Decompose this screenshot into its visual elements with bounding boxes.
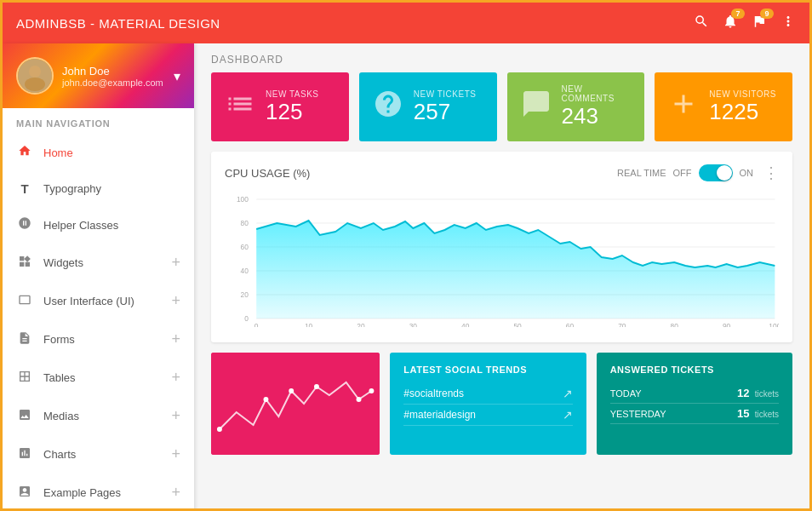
svg-text:90: 90 [723, 322, 730, 327]
dashboard-title: DASHBOARD [194, 43, 809, 72]
example-plus-icon[interactable]: + [171, 484, 180, 502]
realtime-label: REAL TIME [617, 168, 666, 178]
sidebar-item-label-tables: Tables [43, 371, 76, 384]
comments-label: NEW COMMENTS [562, 84, 632, 103]
helper-icon [16, 216, 33, 233]
svg-text:80: 80 [241, 219, 249, 227]
example-icon [16, 485, 33, 502]
svg-point-29 [289, 388, 294, 393]
charts-plus-icon[interactable]: + [171, 445, 180, 463]
main-layout: John Doe john.doe@example.com ▾ MAIN NAV… [3, 43, 809, 511]
profile-email: john.doe@example.com [62, 78, 163, 88]
trend-tag-2: #materialdesign [403, 409, 476, 421]
stat-card-tickets: NEW TICKETS 257 [359, 72, 497, 141]
more-menu-icon[interactable] [781, 14, 796, 33]
answered-title: ANSWERED TICKETS [610, 365, 779, 375]
tables-icon [16, 370, 33, 387]
chart-more-icon[interactable]: ⋮ [763, 164, 779, 182]
stat-card-tasks: NEW TASKS 125 [211, 72, 349, 141]
svg-point-32 [369, 388, 374, 393]
typography-icon: T [16, 181, 33, 196]
sidebar-item-label-charts: Charts [43, 448, 76, 461]
sidebar-item-typography[interactable]: T Typography [3, 171, 194, 206]
svg-rect-26 [211, 353, 380, 455]
svg-text:0: 0 [244, 314, 249, 323]
chart-title: CPU USAGE (%) [225, 167, 310, 180]
trend-arrow-1: ↗ [563, 387, 573, 400]
sidebar-item-ui[interactable]: User Interface (UI) + [3, 282, 194, 320]
svg-text:20: 20 [357, 322, 364, 327]
mini-chart-svg [211, 353, 380, 455]
comments-value: 243 [562, 103, 632, 129]
sidebar: John Doe john.doe@example.com ▾ MAIN NAV… [3, 43, 194, 511]
svg-text:50: 50 [513, 322, 521, 327]
trend-arrow-2: ↗ [563, 408, 573, 422]
sidebar-item-example[interactable]: Example Pages + [3, 474, 194, 511]
tasks-value: 125 [266, 99, 318, 125]
tables-plus-icon[interactable]: + [171, 369, 180, 387]
medias-plus-icon[interactable]: + [171, 407, 180, 425]
ticket-row-yesterday: YESTERDAY 15 tickets [610, 404, 779, 424]
social-trends-card: LATEST SOCIAL TRENDS #socialtrends ↗ #ma… [390, 353, 586, 455]
toggle-knob [717, 165, 732, 181]
sidebar-item-tables[interactable]: Tables + [3, 359, 194, 397]
stat-cards: NEW TASKS 125 NEW TICKETS 257 NEW COMM [194, 72, 809, 152]
bottom-cards: LATEST SOCIAL TRENDS #socialtrends ↗ #ma… [194, 353, 809, 455]
app-title: ADMINBSB - MATERIAL DESIGN [16, 16, 220, 31]
bell-badge: 7 [731, 9, 745, 19]
medias-icon [16, 408, 33, 425]
widgets-icon [16, 255, 33, 272]
forms-icon [16, 331, 33, 348]
sidebar-profile: John Doe john.doe@example.com ▾ [3, 43, 194, 108]
svg-text:100: 100 [769, 322, 779, 327]
sidebar-item-forms[interactable]: Forms + [3, 320, 194, 359]
sidebar-item-home[interactable]: Home [3, 134, 194, 171]
ticket-row-today: TODAY 12 tickets [610, 383, 779, 404]
top-navbar: ADMINBSB - MATERIAL DESIGN 7 9 [3, 3, 809, 43]
svg-text:80: 80 [671, 322, 678, 327]
ticket-label-yesterday: YESTERDAY [610, 409, 666, 419]
search-icon[interactable] [694, 14, 709, 33]
trend-item-2: #materialdesign ↗ [403, 405, 572, 426]
svg-text:0: 0 [254, 322, 259, 327]
sidebar-item-widgets[interactable]: Widgets + [3, 244, 194, 282]
visitors-value: 1225 [709, 99, 776, 125]
tickets-value: 257 [414, 99, 477, 125]
on-label: ON [740, 168, 754, 178]
sidebar-item-medias[interactable]: Medias + [3, 397, 194, 435]
realtime-toggle[interactable] [699, 164, 733, 181]
home-icon [16, 144, 33, 161]
profile-chevron-icon[interactable]: ▾ [174, 68, 180, 84]
svg-marker-25 [256, 221, 775, 319]
sidebar-item-helper[interactable]: Helper Classes [3, 206, 194, 244]
ui-plus-icon[interactable]: + [171, 292, 180, 310]
off-label: OFF [673, 168, 692, 178]
svg-text:40: 40 [461, 322, 469, 327]
main-content: DASHBOARD NEW TASKS 125 NEW TICKETS 257 [194, 43, 809, 511]
visitors-icon [668, 89, 699, 125]
flag-icon[interactable]: 9 [752, 14, 767, 33]
svg-point-31 [357, 397, 362, 402]
svg-text:30: 30 [409, 322, 417, 327]
notification-bell-icon[interactable]: 7 [723, 14, 738, 33]
ui-icon [16, 293, 33, 310]
ticket-label-today: TODAY [610, 388, 642, 399]
tickets-label: NEW TICKETS [414, 89, 477, 99]
svg-point-30 [314, 384, 319, 389]
sidebar-item-charts[interactable]: Charts + [3, 435, 194, 474]
visitors-label: NEW VISITORS [709, 89, 776, 99]
sidebar-item-label-widgets: Widgets [43, 256, 83, 269]
tickets-icon [373, 89, 403, 125]
svg-point-0 [29, 66, 41, 78]
sidebar-item-label-ui: User Interface (UI) [43, 295, 134, 307]
forms-plus-icon[interactable]: + [171, 330, 180, 348]
avatar [16, 57, 54, 95]
stat-card-comments: NEW COMMENTS 243 [507, 72, 645, 141]
svg-text:10: 10 [305, 322, 312, 327]
nav-section-label: MAIN NAVIGATION [3, 108, 194, 134]
svg-text:60: 60 [566, 322, 574, 327]
widgets-plus-icon[interactable]: + [171, 254, 180, 272]
stat-card-visitors: NEW VISITORS 1225 [655, 72, 792, 141]
sidebar-item-label-helper: Helper Classes [43, 219, 118, 232]
trend-tag-1: #socialtrends [403, 388, 464, 399]
